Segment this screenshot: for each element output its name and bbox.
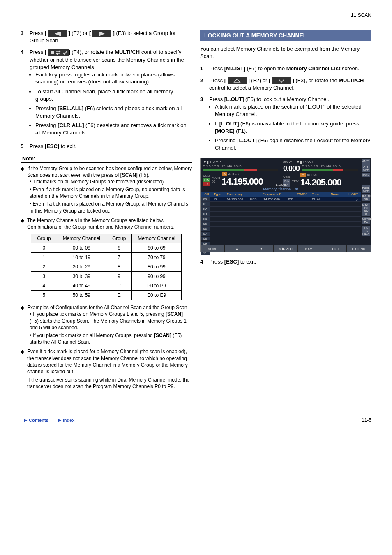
td: 8 bbox=[106, 262, 132, 272]
bullet: A tick mark is placed on the section of … bbox=[215, 103, 371, 118]
text-bold: Memory Channel List bbox=[286, 65, 340, 72]
text-bold: MULTI/CH bbox=[339, 77, 364, 83]
index-button[interactable]: Index bbox=[55, 416, 78, 424]
text: (F2) or bbox=[70, 30, 89, 36]
text: (F2) or bbox=[250, 77, 269, 83]
sub-note: • If you place tick marks on Memory Grou… bbox=[30, 311, 192, 331]
td: 60 to 69 bbox=[132, 243, 181, 253]
text: Press bbox=[209, 259, 224, 265]
section-title-bar: LOCKING OUT A MEMORY CHANNEL bbox=[200, 30, 371, 41]
step-5: 5 Press [ESC] to exit. bbox=[21, 143, 192, 150]
text: control to select a Memory Channel. bbox=[209, 85, 295, 91]
left-flag-icon bbox=[48, 30, 67, 37]
label: AGC-S bbox=[228, 172, 239, 176]
right-column: LOCKING OUT A MEMORY CHANNEL You can sel… bbox=[200, 30, 371, 391]
td: 1 bbox=[31, 253, 57, 262]
text: (F7) to open the bbox=[245, 65, 286, 72]
td: 7 bbox=[106, 253, 132, 262]
intro-paragraph: You can select Memory Channels to be exe… bbox=[200, 45, 371, 60]
group-table: Group Memory Channel Group Memory Channe… bbox=[31, 234, 181, 300]
svg-rect-7 bbox=[51, 51, 54, 54]
text-bold: [M.LIST] bbox=[224, 65, 245, 72]
chip: MAX-Po 200 W bbox=[362, 203, 370, 216]
diamond-icon: ◆ bbox=[21, 217, 27, 230]
fkey: MORE bbox=[201, 245, 225, 252]
text: If the Memory Group to be scanned has be… bbox=[27, 166, 192, 178]
col: Func. bbox=[309, 192, 323, 196]
fkey: ▼ bbox=[249, 245, 274, 252]
text-bold: [SEL.ALL] bbox=[58, 105, 83, 111]
cell: USB bbox=[248, 197, 258, 201]
text: Examples of Configurations for the All C… bbox=[27, 305, 187, 310]
text: Press bbox=[209, 96, 224, 102]
text: to exit. bbox=[239, 259, 256, 265]
step-3: 3 Press [ ] (F2) or [ ] (F3) to select a… bbox=[21, 30, 192, 44]
text: A tick mark is placed on the section of … bbox=[215, 104, 362, 117]
text-bold: [L.OUT] bbox=[224, 96, 244, 102]
text: Even if a tick mark is placed for a Memo… bbox=[27, 348, 192, 375]
text: Press bbox=[30, 49, 45, 55]
text: If the transceiver starts scanning while… bbox=[27, 377, 192, 390]
text-bold: [ESC] bbox=[45, 143, 59, 149]
radio-screenshot: ▼▮ P.AMP S 1 3 5 7 9 +20 +40+60dB USB RX… bbox=[200, 158, 371, 252]
fkey: EXTEND bbox=[347, 245, 371, 252]
col bbox=[284, 192, 295, 196]
td: 50 to 59 bbox=[57, 291, 106, 300]
col: Frequency 1 bbox=[224, 192, 249, 196]
label: RX bbox=[283, 179, 290, 183]
step-number: 3 bbox=[200, 96, 209, 154]
td: 2 bbox=[31, 262, 57, 272]
diamond-icon: ◆ bbox=[21, 165, 27, 215]
text-bold: [SCAN] bbox=[154, 333, 171, 338]
step-number: 5 bbox=[21, 143, 30, 150]
text: to exit. bbox=[59, 143, 76, 149]
fkey: L.OUT bbox=[322, 245, 346, 252]
left-column: 3 Press [ ] (F2) or [ ] (F3) to select a… bbox=[21, 30, 192, 391]
text-bold: [CLR.ALL] bbox=[58, 122, 84, 128]
text: (F6) to lock out a Memory Channel. bbox=[244, 96, 329, 102]
step-number: 2 bbox=[200, 77, 209, 92]
label: P.AMP bbox=[210, 160, 221, 164]
th: Group bbox=[31, 234, 57, 243]
text: Pressing bbox=[215, 137, 237, 143]
fkey: ▲ bbox=[225, 245, 249, 252]
bullet: If [L.OUT] (F6) is unavailable in the fu… bbox=[215, 120, 371, 134]
header-rule bbox=[21, 21, 371, 21]
step-number: 4 bbox=[200, 258, 209, 266]
cell: 00 bbox=[201, 197, 210, 201]
text: Pressing bbox=[35, 122, 58, 128]
note-item: ◆ The Memory Channels in the Memory Grou… bbox=[21, 217, 192, 230]
note-header: Note: bbox=[21, 155, 192, 163]
bullet: Pressing [SEL.ALL] (F6) selects and plac… bbox=[35, 105, 192, 119]
svg-rect-2 bbox=[60, 32, 61, 36]
col: TX/RX bbox=[295, 192, 309, 196]
td: 00 to 09 bbox=[57, 243, 106, 253]
label: 200W bbox=[283, 160, 292, 164]
col: L.OUT bbox=[348, 192, 359, 196]
text: Pressing bbox=[35, 105, 58, 111]
bullet: Pressing [L.OUT] (F6) again disables the… bbox=[215, 137, 371, 151]
label: USB bbox=[283, 175, 290, 178]
right-flag-icon bbox=[92, 30, 111, 37]
step-number: 3 bbox=[21, 30, 30, 44]
text: If bbox=[215, 120, 219, 127]
chip: METER Po bbox=[362, 217, 370, 224]
text: Even if a tick mark is placed on a Memor… bbox=[30, 187, 185, 199]
label: P.AMP bbox=[303, 160, 314, 164]
td: E0 to E9 bbox=[132, 291, 181, 300]
contents-button[interactable]: Contents bbox=[21, 416, 52, 424]
cell: 14.205.000 bbox=[258, 197, 284, 201]
td: 10 to 19 bbox=[57, 253, 106, 262]
label: AGC-S bbox=[307, 173, 317, 177]
r-step-1: 1 Press [M.LIST] (F7) to open the Memory… bbox=[200, 65, 371, 72]
list-title: Memory Channel List bbox=[201, 187, 361, 192]
col: Type bbox=[211, 192, 224, 196]
page-number: 11-5 bbox=[362, 417, 371, 423]
text: If you place tick marks on Memory Groups… bbox=[33, 311, 166, 317]
text-bold: [L.OUT] bbox=[237, 137, 257, 143]
th: Memory Channel bbox=[132, 234, 181, 243]
text: (F6) is unavailable in the function key … bbox=[239, 120, 360, 127]
col: Frequency 2 bbox=[259, 192, 284, 196]
bullet: To start All Channel Scan, place a tick … bbox=[35, 88, 192, 102]
chip: ANT1 bbox=[362, 159, 370, 164]
